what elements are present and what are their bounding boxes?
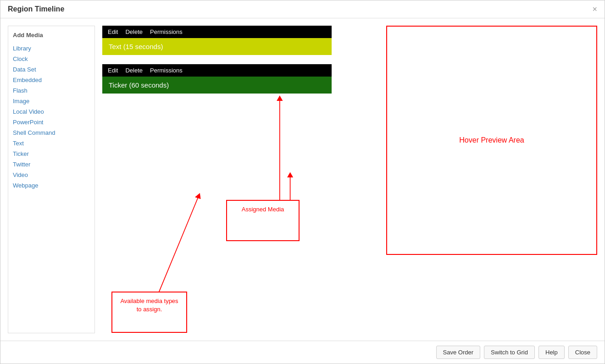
- sidebar-item-video[interactable]: Video: [13, 170, 90, 180]
- sidebar-item-local-video[interactable]: Local Video: [13, 106, 90, 117]
- dialog-header: Region Timeline ×: [0, 0, 605, 18]
- sidebar-item-webpage[interactable]: Webpage: [13, 180, 90, 191]
- sidebar-item-image[interactable]: Image: [13, 96, 90, 106]
- sidebar-item-embedded[interactable]: Embedded: [13, 75, 90, 85]
- close-x-button[interactable]: ×: [592, 5, 597, 13]
- close-button[interactable]: Close: [568, 346, 597, 359]
- assigned-media-label: Assigned Media: [242, 206, 284, 213]
- sidebar-item-shell-command[interactable]: Shell Command: [13, 127, 90, 138]
- dialog: Region Timeline × Add Media Library Cloc…: [0, 0, 605, 364]
- media-item-ticker-bar: Ticker (60 seconds): [102, 77, 332, 94]
- hover-preview-area: Hover Preview Area: [386, 26, 597, 255]
- assigned-media-annotation: Assigned Media: [226, 200, 300, 241]
- dialog-body: Add Media Library Clock Data Set Embedde…: [0, 18, 605, 341]
- available-media-annotation: Available media types to assign.: [111, 292, 187, 333]
- edit-text-button[interactable]: Edit: [108, 28, 118, 35]
- permissions-text-button[interactable]: Permissions: [150, 28, 183, 35]
- media-item-ticker-toolbar: Edit Delete Permissions: [102, 64, 332, 77]
- sidebar-item-clock[interactable]: Clock: [13, 54, 90, 64]
- edit-ticker-button[interactable]: Edit: [108, 67, 118, 74]
- media-item-text-bar: Text (15 seconds): [102, 38, 332, 55]
- sidebar-item-library[interactable]: Library: [13, 43, 90, 54]
- dialog-footer: Save Order Switch to Grid Help Close: [0, 341, 605, 364]
- media-items-column: Edit Delete Permissions Text (15 seconds…: [102, 26, 332, 94]
- dialog-title: Region Timeline: [8, 5, 64, 13]
- switch-to-grid-button[interactable]: Switch to Grid: [484, 346, 535, 359]
- sidebar-item-twitter[interactable]: Twitter: [13, 159, 90, 170]
- svg-line-2: [157, 196, 199, 297]
- save-order-button[interactable]: Save Order: [436, 346, 480, 359]
- help-button[interactable]: Help: [538, 346, 565, 359]
- sidebar-item-text[interactable]: Text: [13, 138, 90, 149]
- sidebar-title: Add Media: [13, 32, 90, 39]
- sidebar-item-ticker[interactable]: Ticker: [13, 149, 90, 159]
- delete-ticker-button[interactable]: Delete: [125, 67, 143, 74]
- sidebar-item-powerpoint[interactable]: PowerPoint: [13, 117, 90, 127]
- sidebar: Add Media Library Clock Data Set Embedde…: [8, 26, 95, 333]
- delete-text-button[interactable]: Delete: [125, 28, 143, 35]
- media-item-ticker: Edit Delete Permissions Ticker (60 secon…: [102, 64, 332, 94]
- sidebar-item-dataset[interactable]: Data Set: [13, 64, 90, 75]
- center-area: Edit Delete Permissions Text (15 seconds…: [102, 26, 379, 333]
- media-item-text-toolbar: Edit Delete Permissions: [102, 26, 332, 38]
- hover-preview-label: Hover Preview Area: [459, 136, 524, 144]
- available-media-label: Available media types to assign.: [120, 298, 178, 313]
- sidebar-item-flash[interactable]: Flash: [13, 85, 90, 96]
- media-item-text: Edit Delete Permissions Text (15 seconds…: [102, 26, 332, 55]
- permissions-ticker-button[interactable]: Permissions: [150, 67, 183, 74]
